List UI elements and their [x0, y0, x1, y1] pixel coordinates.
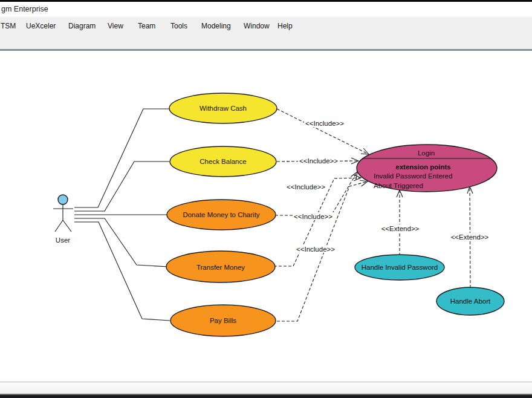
- actor-label: User: [56, 237, 70, 244]
- include-label: <<Include>>: [294, 213, 332, 220]
- use-case-withdraw-cash[interactable]: Withdraw Cash: [169, 93, 277, 123]
- use-case-login[interactable]: Login extension points Invalid Password …: [357, 145, 497, 192]
- association-lines[interactable]: [74, 109, 170, 321]
- use-case-transfer-money[interactable]: Transfer Money: [166, 251, 275, 282]
- include-label: <<Include>>: [287, 183, 325, 191]
- use-case-label: Pay Bills: [210, 317, 236, 324]
- actor-figure-icon: [53, 204, 73, 232]
- extension-points-title: extension points: [395, 163, 450, 171]
- include-label: <<Include>>: [296, 246, 335, 253]
- use-case-label: Handle Invalid Password: [362, 264, 438, 271]
- use-case-pay-bills[interactable]: Pay Bills: [170, 305, 276, 336]
- actor-head-icon: [58, 195, 68, 204]
- include-label: <<Include>>: [299, 157, 338, 165]
- bottom-edge-bar: [0, 394, 532, 398]
- actor-user[interactable]: User: [53, 195, 73, 244]
- use-case-handle-abort[interactable]: Handle Abort: [436, 287, 504, 315]
- use-case-diagram: <<Include>> <<Include>> <<Include>> <<In…: [0, 0, 532, 398]
- app-window: gm Enterprise TSM UeXceler Diagram View …: [0, 0, 532, 398]
- use-case-check-balance[interactable]: Check Balance: [170, 146, 276, 177]
- arrowhead-icon: [361, 148, 369, 154]
- extension-point-1: Invalid Password Entered: [374, 172, 452, 180]
- use-case-label: Check Balance: [199, 158, 246, 165]
- use-case-label: Login: [418, 149, 435, 157]
- use-case-label: Handle Abort: [450, 298, 491, 305]
- association-withdraw[interactable]: [74, 109, 169, 207]
- association-check-balance[interactable]: [74, 161, 169, 211]
- extend-label: <<Extend>>: [381, 225, 420, 232]
- extend-label: <<Extend>>: [451, 233, 489, 241]
- use-case-label: Transfer Money: [196, 264, 245, 271]
- include-label: <<Include>>: [305, 120, 344, 127]
- status-bar: [0, 382, 532, 394]
- extension-point-2: About Triggered: [374, 182, 423, 189]
- association-pay-bills[interactable]: [74, 222, 170, 321]
- use-case-label: Donate Money to Charity: [183, 211, 259, 218]
- use-case-label: Withdraw Cash: [199, 105, 247, 112]
- use-case-donate-money[interactable]: Donate Money to Charity: [167, 200, 276, 230]
- include-withdraw-login[interactable]: [277, 109, 369, 154]
- use-case-handle-invalid-password[interactable]: Handle Invalid Password: [355, 255, 444, 280]
- association-transfer[interactable]: [74, 218, 169, 267]
